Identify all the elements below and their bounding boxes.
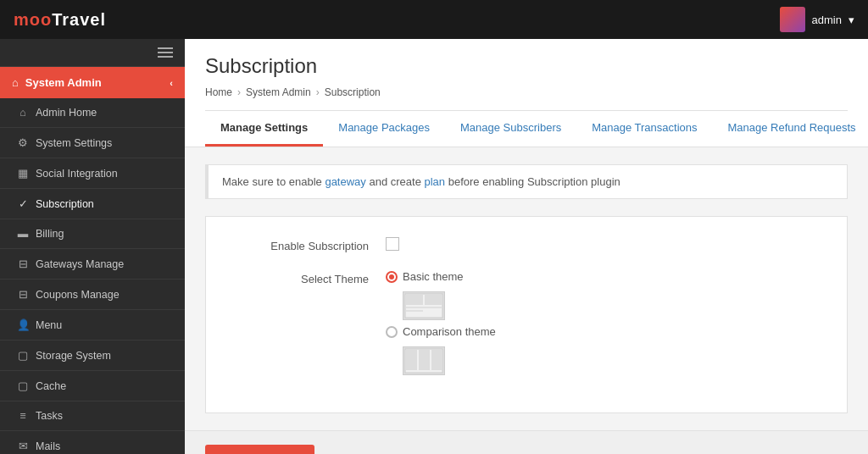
notice-text-between: and create: [366, 175, 425, 188]
notice-text-before: Make sure to enable: [222, 175, 325, 188]
save-changes-button[interactable]: Save Changes: [205, 445, 314, 454]
breadcrumb-current: Subscription: [325, 86, 381, 98]
sidebar-item-label: Admin Home: [36, 107, 97, 119]
sidebar-item-label: Tasks: [36, 410, 63, 422]
sidebar-item-label: Billing: [36, 228, 64, 240]
tab-manage-transactions[interactable]: Manage Transactions: [576, 111, 712, 147]
theme-radio-group: Basic theme: [386, 270, 820, 375]
comparison-theme-option[interactable]: Comparison theme: [386, 325, 820, 338]
tab-manage-settings[interactable]: Manage Settings: [205, 111, 323, 147]
tab-manage-refund-requests[interactable]: Manage Refund Requests: [713, 111, 868, 147]
sidebar-item-subscription[interactable]: ✓ Subscription: [0, 189, 185, 219]
select-theme-row: Select Theme Basic theme: [233, 270, 820, 375]
breadcrumb-home[interactable]: Home: [205, 86, 232, 98]
breadcrumb: Home › System Admin › Subscription: [205, 86, 848, 98]
enable-subscription-label: Enable Subscription: [233, 237, 369, 252]
comparison-theme-preview: [403, 346, 445, 375]
avatar: [780, 7, 805, 32]
sidebar-item-label: Storage System: [36, 350, 111, 362]
gear-icon: ⚙: [17, 136, 29, 149]
sidebar-item-mails[interactable]: ✉ Mails: [0, 431, 185, 454]
gateway-icon: ⊟: [17, 257, 29, 270]
sidebar-item-admin-home[interactable]: ⌂ Admin Home: [0, 98, 185, 128]
sidebar-item-label: Subscription: [36, 198, 94, 210]
content-header: Subscription Home › System Admin › Subsc…: [185, 39, 868, 147]
sidebar-section-label: System Admin: [25, 76, 102, 89]
app-logo: mooTravel: [14, 10, 106, 30]
top-nav: mooTravel admin ▾: [0, 0, 868, 39]
basic-theme-option[interactable]: Basic theme: [386, 270, 820, 283]
comparison-theme-label: Comparison theme: [403, 325, 496, 338]
sidebar-item-label: Gateways Manage: [36, 258, 124, 270]
billing-icon: ▬: [17, 228, 29, 240]
user-menu[interactable]: admin ▾: [780, 7, 854, 32]
sidebar-item-menu[interactable]: 👤 Menu: [0, 310, 185, 340]
sidebar-item-gateways-manage[interactable]: ⊟ Gateways Manage: [0, 249, 185, 280]
svg-rect-8: [431, 350, 442, 370]
sidebar-item-label: Mails: [36, 440, 60, 452]
enable-subscription-control: [386, 237, 820, 253]
sidebar-nav: ⌂ Admin Home ⚙ System Settings ▦ Social …: [0, 98, 185, 454]
sidebar-item-cache[interactable]: ▢ Cache: [0, 371, 185, 401]
sidebar-item-label: System Settings: [36, 137, 112, 149]
settings-section: Enable Subscription Select Theme Basic t…: [205, 216, 848, 413]
cache-icon: ▢: [17, 379, 29, 392]
sidebar: ⌂ System Admin ‹ ⌂ Admin Home ⚙ System S…: [0, 39, 185, 454]
footer-bar: Save Changes: [185, 430, 868, 454]
notice-text-after: before enabling Subscription plugin: [445, 175, 620, 188]
svg-rect-3: [406, 307, 442, 308]
gateway-link[interactable]: gateway: [325, 175, 365, 188]
logo-text1: moo: [14, 10, 52, 29]
home-icon: ⌂: [17, 107, 29, 119]
enable-subscription-checkbox[interactable]: [386, 237, 399, 251]
sidebar-item-storage-system[interactable]: ▢ Storage System: [0, 340, 185, 371]
storage-icon: ▢: [17, 349, 29, 362]
sidebar-item-system-settings[interactable]: ⚙ System Settings: [0, 128, 185, 158]
sidebar-item-label: Menu: [36, 319, 62, 331]
svg-rect-2: [425, 295, 442, 305]
sidebar-active-item[interactable]: ⌂ System Admin ‹: [0, 67, 185, 98]
chevron-left-icon: ‹: [170, 78, 173, 88]
sidebar-item-label: Coupons Manage: [36, 289, 120, 301]
basic-theme-preview: [403, 291, 445, 320]
social-icon: ▦: [17, 167, 29, 180]
username: admin: [812, 14, 842, 26]
plan-link[interactable]: plan: [424, 175, 445, 188]
select-theme-label: Select Theme: [233, 270, 369, 285]
tab-manage-packages[interactable]: Manage Packages: [323, 111, 445, 147]
content-area: Subscription Home › System Admin › Subsc…: [185, 39, 868, 454]
sidebar-header: [0, 39, 185, 67]
basic-theme-label: Basic theme: [403, 270, 464, 283]
breadcrumb-section[interactable]: System Admin: [246, 86, 311, 98]
tasks-icon: ≡: [17, 410, 29, 422]
check-icon: ✓: [17, 197, 29, 210]
main-layout: ⌂ System Admin ‹ ⌂ Admin Home ⚙ System S…: [0, 39, 868, 454]
comparison-theme-radio[interactable]: [386, 326, 398, 338]
sidebar-item-tasks[interactable]: ≡ Tasks: [0, 401, 185, 431]
page-title: Subscription: [205, 54, 848, 78]
basic-theme-radio[interactable]: [386, 271, 398, 283]
breadcrumb-sep2: ›: [316, 86, 320, 98]
content-body: Make sure to enable gateway and create p…: [185, 147, 868, 430]
notice-box: Make sure to enable gateway and create p…: [205, 164, 848, 199]
tabs: Manage Settings Manage Packages Manage S…: [205, 110, 848, 147]
sidebar-item-social-integration[interactable]: ▦ Social Integration: [0, 158, 185, 189]
breadcrumb-sep1: ›: [237, 86, 241, 98]
sidebar-item-label: Cache: [36, 380, 66, 392]
select-theme-control: Basic theme: [386, 270, 820, 375]
dropdown-icon: ▾: [849, 14, 854, 26]
tab-manage-subscribers[interactable]: Manage Subscribers: [445, 111, 576, 147]
sidebar-active-section: ⌂ System Admin ‹: [0, 67, 185, 98]
svg-rect-1: [406, 295, 423, 305]
hamburger-button[interactable]: [158, 47, 173, 58]
sidebar-item-billing[interactable]: ▬ Billing: [0, 219, 185, 249]
coupon-icon: ⊟: [17, 288, 29, 301]
logo-text2: Travel: [52, 10, 106, 29]
sidebar-item-label: Social Integration: [36, 168, 118, 180]
svg-rect-6: [406, 350, 417, 370]
enable-subscription-row: Enable Subscription: [233, 237, 820, 253]
mail-icon: ✉: [17, 440, 29, 452]
svg-rect-4: [406, 310, 423, 312]
svg-rect-7: [419, 350, 430, 370]
sidebar-item-coupons-manage[interactable]: ⊟ Coupons Manage: [0, 280, 185, 310]
